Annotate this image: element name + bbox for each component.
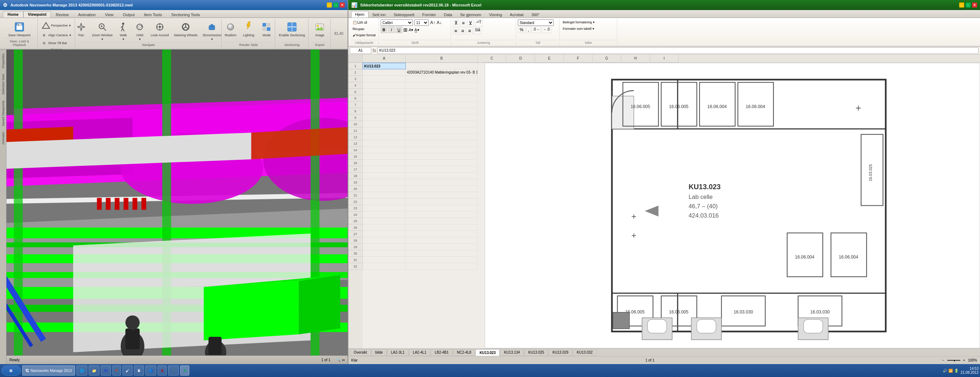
walk-button[interactable]: Walk ▼ (116, 20, 131, 42)
look-around-button[interactable]: Look Around (149, 20, 170, 38)
tab-home[interactable]: Home (3, 11, 23, 17)
tab-output[interactable]: Output (118, 11, 139, 17)
cell-B23[interactable] (406, 205, 477, 212)
cell-B5[interactable] (406, 89, 477, 95)
lighting-button[interactable]: Lighting (240, 20, 258, 38)
row-header-1[interactable]: 1 (348, 63, 363, 69)
cell-B13[interactable] (406, 140, 477, 147)
cell-A1[interactable]: KU13.023 (363, 63, 406, 69)
taskbar-paint[interactable]: 🖌 (123, 366, 132, 375)
cell-A12[interactable] (363, 134, 406, 140)
fill-color-btn[interactable]: A▾ (409, 28, 413, 32)
row-header-14[interactable]: 14 (348, 147, 363, 153)
row-header-19[interactable]: 19 (348, 179, 363, 186)
cell-A30[interactable] (363, 250, 406, 257)
col-header-H[interactable]: H (621, 54, 650, 62)
col-header-D[interactable]: D (506, 54, 535, 62)
formula-input[interactable] (377, 48, 978, 54)
row-header-20[interactable]: 20 (348, 186, 363, 192)
cell-A5[interactable] (363, 89, 406, 95)
tab-sectioning-tools[interactable]: Sectioning Tools (167, 11, 205, 17)
cell-B2[interactable]: 42003A271D140 Møbleringsplan rev 03- B 1… (406, 69, 477, 76)
align-camera-button[interactable]: ⊕ Align Camera ▼ (40, 32, 73, 39)
sheet-tab-oversikt[interactable]: Oversikt (350, 349, 371, 356)
cell-ref-input[interactable] (350, 48, 371, 54)
cell-A15[interactable] (363, 153, 406, 160)
cell-A19[interactable] (363, 179, 406, 186)
row-header-30[interactable]: 30 (348, 250, 363, 257)
cell-B21[interactable] (406, 192, 477, 199)
cell-A23[interactable] (363, 205, 406, 212)
cell-A9[interactable] (363, 115, 406, 121)
start-button[interactable]: ⊞ (2, 366, 21, 375)
taskbar-chrome[interactable]: 🔵 (145, 366, 156, 375)
selection-sets-tab[interactable]: Selection Sets (0, 72, 6, 97)
row-header-17[interactable]: 17 (348, 166, 363, 173)
3dconnexion-button[interactable]: 3Dconnexion ▼ (201, 20, 223, 42)
zoom-slider[interactable]: ━━━●━━ (947, 358, 960, 362)
cell-A7[interactable] (363, 102, 406, 108)
cell-A13[interactable] (363, 140, 406, 147)
taskbar-word[interactable]: W (101, 366, 111, 375)
cell-A4[interactable] (363, 82, 406, 89)
decrease-decimal-btn[interactable]: ←.0 (541, 27, 551, 33)
row-header-27[interactable]: 27 (348, 231, 363, 237)
increase-font-btn[interactable]: A↑ (430, 20, 435, 25)
cell-B1[interactable] (406, 63, 477, 69)
cell-A6[interactable] (363, 95, 406, 102)
taskbar-powerpoint[interactable]: P (112, 366, 121, 375)
cell-A29[interactable] (363, 244, 406, 250)
floor-plan-container[interactable]: KU13.023 Lab celle 46,7 – (40) 424.03.01… (485, 63, 980, 348)
excel-maximize[interactable]: □ (966, 3, 970, 8)
realism-button[interactable]: Realism (223, 20, 239, 38)
conditional-format-btn[interactable]: Betinget formatering ▾ (561, 19, 616, 25)
cell-B28[interactable] (406, 237, 477, 244)
col-header-C[interactable]: C (477, 54, 506, 62)
row-header-28[interactable]: 28 (348, 237, 363, 244)
taskbar-acrobat[interactable]: A (158, 366, 167, 375)
cell-A22[interactable] (363, 199, 406, 205)
percent-btn[interactable]: % (518, 27, 525, 33)
excel-tab-hjem[interactable]: Hjem (351, 11, 368, 17)
cell-A10[interactable] (363, 121, 406, 127)
zoom-window-button[interactable]: Zoom Window ▼ (90, 20, 115, 42)
row-header-5[interactable]: 5 (348, 89, 363, 95)
cell-A2[interactable] (363, 69, 406, 76)
perspective-button[interactable]: Perspective ▼ (40, 20, 73, 31)
row-header-32[interactable]: 32 (348, 263, 363, 270)
align-middle-btn[interactable]: ≡ (460, 19, 466, 27)
cell-B16[interactable] (406, 160, 477, 166)
cell-A24[interactable] (363, 212, 406, 218)
font-name-select[interactable]: Calibri (381, 19, 413, 26)
comma-btn[interactable]: , (526, 27, 531, 33)
cell-B6[interactable] (406, 95, 477, 102)
paste-button[interactable]: 📋 Lim ut (351, 19, 377, 25)
speaker-icon[interactable]: 🔊 (943, 369, 947, 373)
merge-btn[interactable]: Slå (474, 27, 482, 35)
minimize-button[interactable]: ─ (327, 3, 332, 8)
row-header-25[interactable]: 25 (348, 218, 363, 224)
steering-wheels-button[interactable]: Steering Wheels (172, 20, 199, 38)
excel-tab-se-gjennom[interactable]: Se gjennom (456, 11, 485, 17)
cell-B14[interactable] (406, 147, 477, 153)
col-header-B[interactable]: B (406, 54, 477, 62)
excel-tab-acrobat[interactable]: Acrobat (506, 11, 528, 17)
increase-decimal-btn[interactable]: .0→ (531, 27, 541, 33)
tab-review[interactable]: Review (51, 11, 73, 17)
cell-B17[interactable] (406, 166, 477, 173)
italic-button[interactable]: I (388, 27, 395, 33)
sheet-tab-bilde[interactable]: bilde (371, 349, 387, 356)
underline-button[interactable]: U (396, 27, 402, 33)
taskbar-navisworks[interactable]: 🏗 Navisworks Manage 2013 (22, 366, 75, 375)
excel-tab-sett-inn[interactable]: Sett inn (368, 11, 390, 17)
zoom-out-btn[interactable]: − (942, 358, 945, 362)
row-header-13[interactable]: 13 (348, 140, 363, 147)
row-header-9[interactable]: 9 (348, 115, 363, 121)
close-button[interactable]: ✕ (340, 3, 345, 8)
cell-A27[interactable] (363, 231, 406, 237)
taskbar-explorer[interactable]: 📁 (89, 366, 99, 375)
col-header-E[interactable]: E (535, 54, 564, 62)
cell-B30[interactable] (406, 250, 477, 257)
pan-button[interactable]: Pan (74, 20, 89, 38)
save-viewpoint-button[interactable]: Save Viewpoint (6, 20, 32, 38)
